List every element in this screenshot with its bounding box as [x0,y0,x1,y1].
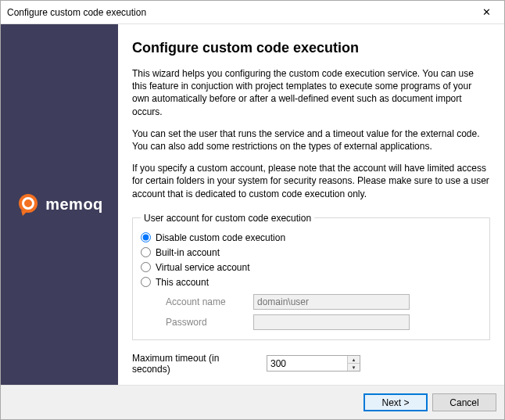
sidebar: memoq [1,24,118,385]
radio-this-account[interactable]: This account [141,277,482,288]
account-credentials: Account name Password [166,294,482,330]
timeout-input[interactable] [267,356,347,371]
timeout-spinner[interactable]: ▲ ▼ [267,355,360,372]
intro-paragraph-3: If you specify a custom account, please … [132,162,490,200]
next-button[interactable]: Next > [364,393,428,411]
account-name-label: Account name [166,296,244,307]
spinner-down[interactable]: ▼ [348,363,360,371]
radio-builtin-label: Built-in account [156,247,220,258]
brand-logo: memoq [16,192,103,217]
account-name-input[interactable] [253,294,410,310]
spinner-up[interactable]: ▲ [348,356,360,363]
password-input[interactable] [253,314,410,330]
radio-builtin-input[interactable] [141,247,151,257]
close-icon: ✕ [482,6,491,18]
radio-disable-label: Disable custom code execution [156,232,285,243]
window-title: Configure custom code execution [7,7,469,18]
chevron-up-icon: ▲ [352,357,356,362]
cancel-button-label: Cancel [449,397,478,408]
page-title: Configure custom code execution [132,40,490,56]
svg-point-0 [19,194,38,213]
radio-virtual-label: Virtual service account [156,262,250,273]
next-button-label: Next > [381,397,409,408]
main-panel: Configure custom code execution This wiz… [118,24,504,385]
dialog-window: Configure custom code execution ✕ memoq … [0,0,505,420]
password-label: Password [166,317,244,328]
radio-virtual[interactable]: Virtual service account [141,262,482,273]
timeout-row: Maximum timeout (in seconds) ▲ ▼ [132,353,490,375]
radio-disable-input[interactable] [141,232,151,242]
cancel-button[interactable]: Cancel [432,393,496,411]
radio-builtin[interactable]: Built-in account [141,247,482,258]
radio-this-account-label: This account [156,277,209,288]
radio-virtual-input[interactable] [141,262,151,272]
dialog-footer: Next > Cancel [1,385,504,419]
spinner-buttons: ▲ ▼ [347,356,360,371]
radio-disable[interactable]: Disable custom code execution [141,232,482,243]
intro-paragraph-2: You can set the user that runs the servi… [132,127,490,153]
intro-paragraph-1: This wizard helps you configuring the cu… [132,67,490,118]
dialog-body: memoq Configure custom code execution Th… [1,24,504,385]
user-account-group: User account for custom code execution D… [132,213,490,340]
close-button[interactable]: ✕ [469,1,504,23]
timeout-label: Maximum timeout (in seconds) [132,353,257,375]
chevron-down-icon: ▼ [352,365,356,370]
radio-this-account-input[interactable] [141,277,151,287]
titlebar: Configure custom code execution ✕ [1,1,504,24]
user-account-legend: User account for custom code execution [141,213,314,224]
brand-name: memoq [45,196,103,214]
memoq-logo-icon [16,192,41,217]
